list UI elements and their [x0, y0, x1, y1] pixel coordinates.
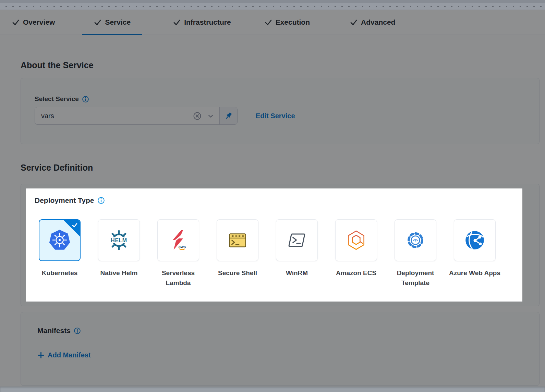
chevron-down-icon[interactable] — [207, 112, 215, 120]
deployment-type-deployment-template[interactable]: </> Deployment Template — [395, 219, 436, 288]
deployment-type-box: Deployment Type — [26, 188, 523, 301]
pin-service-button[interactable] — [219, 107, 237, 124]
add-manifest-button[interactable]: Add Manifest — [37, 351, 539, 359]
edit-service-link[interactable]: Edit Service — [256, 112, 295, 120]
tab-label: Service — [105, 18, 131, 26]
deployment-type-label-text: WinRM — [268, 268, 326, 278]
tab-label: Overview — [23, 18, 55, 26]
check-icon — [94, 18, 102, 26]
serverless-lambda-icon: aws — [167, 229, 190, 252]
service-select-group: vars — [35, 107, 238, 125]
stage-config-panel: Overview Service Infrastructure Executio… — [0, 10, 545, 387]
about-service-card: Select Service vars — [21, 78, 540, 144]
tab-label: Advanced — [361, 18, 395, 26]
svg-text:aws: aws — [179, 245, 186, 249]
service-definition-card: Deployment Type — [21, 184, 540, 306]
deployment-type-kubernetes[interactable]: Kubernetes — [39, 219, 81, 288]
tab-label: Execution — [276, 18, 310, 26]
azure-web-apps-icon — [463, 229, 486, 252]
manifests-heading: Manifests — [37, 327, 71, 335]
manifests-card: Manifests Add Manifest — [21, 312, 540, 386]
secure-shell-icon — [226, 229, 249, 252]
svg-text:</>: </> — [413, 238, 418, 242]
deployment-type-label-text: Secure Shell — [208, 268, 267, 278]
add-manifest-label: Add Manifest — [48, 351, 91, 359]
info-icon[interactable] — [82, 96, 89, 103]
tab-service[interactable]: Service — [82, 10, 142, 35]
service-select-value: vars — [41, 112, 193, 120]
deployment-type-azure-web-apps[interactable]: Azure Web Apps — [454, 219, 496, 288]
info-icon[interactable] — [97, 197, 105, 204]
clear-icon[interactable] — [193, 111, 202, 121]
about-service-heading: About the Service — [21, 60, 540, 70]
amazon-ecs-icon — [345, 229, 367, 252]
selected-check-icon — [71, 222, 78, 229]
deployment-type-label-text: Kubernetes — [31, 268, 89, 278]
select-service-label: Select Service — [35, 95, 79, 103]
info-icon[interactable] — [74, 327, 81, 334]
check-icon — [173, 18, 181, 26]
tab-label: Infrastructure — [184, 18, 231, 26]
winrm-icon — [286, 229, 308, 252]
service-definition-heading: Service Definition — [21, 163, 540, 173]
pipeline-canvas-strip — [0, 0, 545, 10]
deployment-type-label-text: Azure Web Apps — [446, 268, 504, 278]
tab-infrastructure[interactable]: Infrastructure — [161, 10, 243, 35]
stage-tabbar: Overview Service Infrastructure Executio… — [0, 10, 545, 35]
deployment-type-row: Kubernetes — [39, 219, 523, 288]
tab-execution[interactable]: Execution — [253, 10, 322, 35]
svg-text:HELM: HELM — [111, 237, 127, 243]
check-icon — [12, 18, 20, 26]
tab-advanced[interactable]: Advanced — [338, 10, 407, 35]
deployment-type-label-text: Native Helm — [90, 268, 148, 278]
deployment-type-label: Deployment Type — [35, 196, 94, 205]
deployment-template-icon: </> — [404, 229, 427, 252]
check-icon — [350, 18, 358, 26]
pipeline-canvas-strip-bottom — [0, 387, 545, 392]
native-helm-icon: HELM — [108, 229, 130, 252]
deployment-type-native-helm[interactable]: HELM Native Helm — [98, 219, 140, 288]
deployment-type-amazon-ecs[interactable]: Amazon ECS — [335, 219, 377, 288]
tab-overview[interactable]: Overview — [0, 10, 66, 35]
check-icon — [264, 18, 272, 26]
deployment-type-label-text: Amazon ECS — [327, 268, 385, 278]
deployment-type-label-text: Serverless Lambda — [149, 268, 207, 288]
plus-icon — [37, 352, 45, 359]
service-select-input[interactable]: vars — [35, 107, 219, 124]
pin-icon — [224, 111, 233, 121]
deployment-type-serverless-lambda[interactable]: aws Serverless Lambda — [157, 219, 199, 288]
deployment-type-winrm[interactable]: WinRM — [276, 219, 318, 288]
deployment-type-secure-shell[interactable]: Secure Shell — [217, 219, 258, 288]
deployment-type-label-text: Deployment Template — [386, 268, 445, 288]
